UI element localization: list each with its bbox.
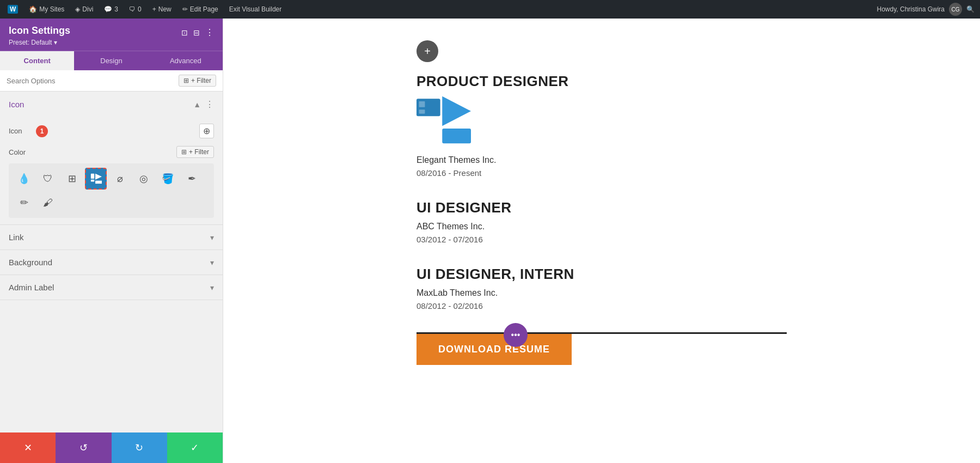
- panel-actions: ✕ ↺ ↻ ✓: [0, 432, 223, 463]
- icon-badge: 1: [36, 125, 48, 137]
- icon-pencil[interactable]: ✏: [13, 192, 35, 214]
- section-more-icon[interactable]: ⋮: [205, 99, 214, 109]
- icon-palette[interactable]: [85, 168, 107, 190]
- icon-pen[interactable]: ✒: [181, 168, 203, 190]
- more-icon[interactable]: ⋮: [205, 27, 214, 38]
- background-section-header[interactable]: Background ▾: [0, 250, 223, 275]
- dates-0: 08/2016 - Present: [416, 168, 787, 178]
- link-section: Link ▾: [0, 225, 223, 250]
- search-input[interactable]: [7, 77, 174, 85]
- chevron-down-link-icon[interactable]: ▾: [210, 233, 214, 242]
- svg-rect-6: [419, 109, 425, 113]
- panel-search: ⊞ + Filter: [0, 70, 223, 92]
- job-item-2: UI DESIGNER, INTERN MaxLab Themes Inc. 0…: [416, 266, 787, 310]
- main-layout: Icon Settings Preset: Default ▾ ⊡ ⊟ ⋮ Co…: [0, 19, 980, 463]
- icon-section-controls: ▲ ⋮: [193, 99, 214, 109]
- cancel-button[interactable]: ✕: [0, 432, 56, 463]
- icon-grid-item[interactable]: ⊞: [61, 168, 83, 190]
- plus-add-icon: +: [424, 45, 431, 58]
- icon-section: Icon ▲ ⋮ Icon 1 ⊕ Color: [0, 92, 223, 225]
- panel-preset: Preset: Default ▾: [9, 39, 70, 46]
- chevron-down-admin-icon[interactable]: ▾: [210, 283, 214, 292]
- add-section-button[interactable]: +: [416, 40, 438, 62]
- icon-picker-row: Icon 1 ⊕: [9, 124, 214, 138]
- bubble-count[interactable]: 🗨 0: [127, 0, 144, 19]
- icon-drop[interactable]: 💧: [13, 168, 35, 190]
- exit-builder-link[interactable]: Exit Visual Builder: [227, 0, 284, 19]
- panel-content: Icon ▲ ⋮ Icon 1 ⊕ Color: [0, 92, 223, 432]
- bubble-icon: 🗨: [129, 5, 136, 13]
- svg-marker-7: [442, 96, 471, 126]
- admin-label-section: Admin Label ▾: [0, 275, 223, 300]
- company-1: ABC Themes Inc.: [416, 222, 787, 232]
- filter-button[interactable]: ⊞ + Filter: [179, 75, 216, 87]
- admin-bar: W 🏠 My Sites ◈ Divi 💬 3 🗨 0 + New ✏ Edit…: [0, 0, 980, 19]
- dates-1: 03/2012 - 07/2016: [416, 235, 787, 244]
- color-label: Color: [9, 148, 36, 156]
- chevron-up-icon[interactable]: ▲: [193, 100, 201, 109]
- svg-rect-1: [91, 180, 94, 182]
- color-filter-row: Color ⊞ + Filter: [9, 146, 214, 158]
- download-resume-button[interactable]: Download Resume: [416, 334, 572, 365]
- icon-brush[interactable]: 🖌: [37, 192, 59, 214]
- icon-field-label: Icon: [9, 127, 30, 135]
- job-title-1: UI DESIGNER: [416, 199, 787, 216]
- pencil-admin-icon: ✏: [182, 5, 188, 13]
- job-item-0: PRODUCT DESIGNER Elegant Themes Inc.: [416, 73, 787, 178]
- background-section: Background ▾: [0, 250, 223, 275]
- right-content: + PRODUCT DESIGNER: [223, 19, 980, 463]
- icon-slash[interactable]: ⌀: [109, 168, 131, 190]
- download-section: ••• Download Resume: [416, 332, 787, 365]
- fullscreen-icon[interactable]: ⊡: [181, 28, 188, 37]
- left-panel: Icon Settings Preset: Default ▾ ⊡ ⊟ ⋮ Co…: [0, 19, 223, 463]
- job-item-1: UI DESIGNER ABC Themes Inc. 03/2012 - 07…: [416, 199, 787, 244]
- svg-rect-5: [419, 101, 425, 107]
- divi-link[interactable]: ◈ Divi: [73, 0, 95, 19]
- link-section-header[interactable]: Link ▾: [0, 225, 223, 249]
- job-title-2: UI DESIGNER, INTERN: [416, 266, 787, 283]
- wp-logo[interactable]: W: [5, 0, 20, 19]
- edit-page-link[interactable]: ✏ Edit Page: [180, 0, 220, 19]
- icon-grid: 💧 🛡 ⊞ ⌀ ◎ 🪣: [9, 163, 214, 218]
- new-link[interactable]: + New: [150, 0, 174, 19]
- panel-header: Icon Settings Preset: Default ▾ ⊡ ⊟ ⋮: [0, 19, 223, 51]
- my-sites-link[interactable]: 🏠 My Sites: [27, 0, 66, 19]
- tab-design[interactable]: Design: [74, 51, 148, 70]
- company-2: MaxLab Themes Inc.: [416, 288, 787, 298]
- svg-marker-3: [95, 181, 102, 184]
- comment-icon: 💬: [104, 5, 112, 13]
- home-icon: 🏠: [29, 5, 37, 13]
- panel-tabs: Content Design Advanced: [0, 51, 223, 70]
- filter-icon: ⊞: [183, 77, 189, 84]
- plus-icon: +: [152, 5, 156, 13]
- admin-right: Howdy, Christina Gwira CG 🔍: [877, 3, 975, 16]
- divi-icon: ◈: [75, 5, 80, 13]
- dates-2: 08/2012 - 02/2016: [416, 301, 787, 310]
- confirm-button[interactable]: ✓: [167, 432, 223, 463]
- icon-section-title: Icon: [9, 100, 24, 109]
- tab-content[interactable]: Content: [0, 51, 74, 70]
- job-title-0: PRODUCT DESIGNER: [416, 73, 787, 90]
- link-section-title: Link: [9, 233, 24, 242]
- color-filter-button[interactable]: ⊞ + Filter: [176, 146, 214, 158]
- icon-circle[interactable]: ◎: [133, 168, 155, 190]
- comment-count[interactable]: 💬 3: [102, 0, 120, 19]
- icon-shield[interactable]: 🛡: [37, 168, 59, 190]
- tab-advanced[interactable]: Advanced: [149, 51, 223, 70]
- admin-label-section-header[interactable]: Admin Label ▾: [0, 275, 223, 300]
- svg-rect-0: [91, 174, 94, 179]
- icon-section-content: Icon 1 ⊕ Color ⊞ + Filter 💧: [0, 117, 223, 224]
- floating-menu-button[interactable]: •••: [504, 323, 528, 347]
- columns-icon[interactable]: ⊟: [193, 28, 200, 37]
- icon-section-header[interactable]: Icon ▲ ⋮: [0, 92, 223, 117]
- wp-icon: W: [8, 5, 18, 14]
- search-admin-icon[interactable]: 🔍: [966, 5, 975, 13]
- icon-target-button[interactable]: ⊕: [199, 124, 214, 138]
- avatar: CG: [949, 3, 962, 16]
- chevron-down-icon: ▾: [54, 39, 57, 46]
- design-icon-display: [416, 95, 787, 144]
- chevron-down-bg-icon[interactable]: ▾: [210, 258, 214, 267]
- undo-button[interactable]: ↺: [56, 432, 111, 463]
- icon-paint[interactable]: 🪣: [157, 168, 179, 190]
- redo-button[interactable]: ↻: [112, 432, 167, 463]
